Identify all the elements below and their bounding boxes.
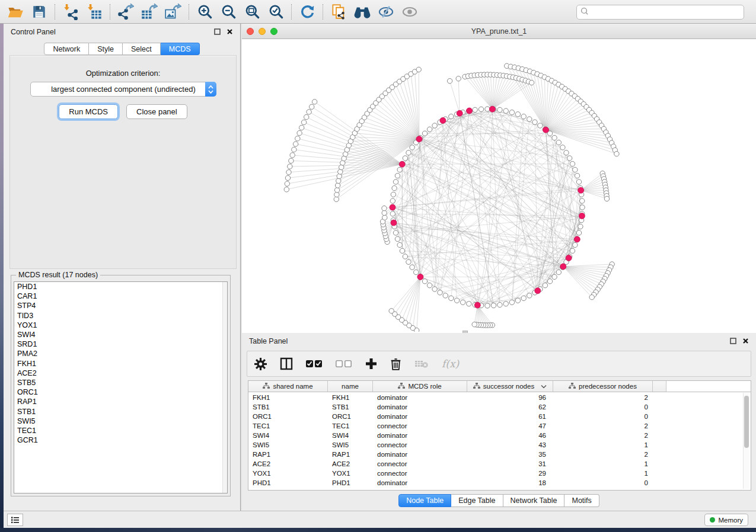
table-row[interactable]: YOX1YOX1connector291 bbox=[248, 469, 742, 478]
cell-shared-name: TEC1 bbox=[248, 421, 328, 431]
run-mcds-button[interactable]: Run MCDS bbox=[59, 104, 118, 119]
eye-icon[interactable] bbox=[398, 2, 422, 22]
cell-name: ORC1 bbox=[328, 412, 373, 421]
table-row[interactable]: FKH1FKH1dominator962 bbox=[248, 393, 742, 402]
network-window-titlebar[interactable]: YPA_prune.txt_1 bbox=[242, 24, 756, 39]
deselect-all-icon[interactable] bbox=[336, 360, 352, 368]
column-header-shared-name[interactable]: shared name bbox=[248, 381, 328, 392]
import-network-icon[interactable] bbox=[59, 2, 82, 22]
node-table[interactable]: shared namenameMCDS rolesuccessor nodesp… bbox=[248, 380, 751, 491]
search-input[interactable] bbox=[589, 7, 744, 18]
cell-successor-nodes: 46 bbox=[467, 431, 553, 440]
table-row[interactable]: STB1STB1dominator620 bbox=[248, 402, 742, 412]
float-panel-icon[interactable] bbox=[730, 336, 736, 347]
result-list-item[interactable]: STB5 bbox=[14, 378, 227, 387]
cell-name: SWI4 bbox=[328, 431, 373, 440]
memory-button[interactable]: Memory bbox=[704, 514, 748, 526]
result-list-item[interactable]: PHD1 bbox=[14, 282, 227, 291]
export-table-icon[interactable] bbox=[138, 2, 161, 22]
cell-name: SWI5 bbox=[328, 440, 373, 450]
copy-network-icon[interactable] bbox=[327, 2, 350, 22]
zoom-selected-icon[interactable] bbox=[264, 2, 288, 22]
result-scrollbar[interactable] bbox=[222, 282, 227, 493]
network-graph[interactable] bbox=[242, 39, 756, 332]
mcds-result-list[interactable]: PHD1CAR1STP4TID3YOX1SWI4SRD1PMA2FKH1ACE2… bbox=[14, 281, 228, 493]
table-row[interactable]: TEC1TEC1connector472 bbox=[248, 421, 742, 431]
table-row[interactable]: RAP1RAP1dominator352 bbox=[248, 450, 742, 459]
result-list-item[interactable]: GCR1 bbox=[14, 435, 227, 445]
tab-style[interactable]: Style bbox=[89, 43, 123, 55]
result-list-item[interactable]: SWI4 bbox=[14, 330, 227, 339]
split-columns-icon[interactable] bbox=[280, 357, 293, 370]
cell-shared-name: PHD1 bbox=[248, 478, 328, 488]
cell-name: ACE2 bbox=[328, 459, 373, 469]
result-list-item[interactable]: ACE2 bbox=[14, 368, 227, 378]
refresh-icon[interactable] bbox=[295, 2, 319, 22]
criterion-label: Optimization criterion: bbox=[10, 69, 236, 78]
gear-icon[interactable] bbox=[254, 358, 267, 370]
tab-network-table[interactable]: Network Table bbox=[503, 494, 565, 507]
result-list-item[interactable]: STP4 bbox=[14, 301, 227, 310]
tab-node-table[interactable]: Node Table bbox=[398, 494, 451, 507]
table-row[interactable]: PHD1PHD1dominator180 bbox=[248, 478, 742, 488]
result-list-item[interactable]: SWI5 bbox=[14, 416, 227, 426]
control-panel-title: Control Panel bbox=[11, 28, 214, 36]
eye-slash-icon[interactable] bbox=[374, 2, 398, 22]
criterion-dropdown-value: largest connected component (undirected) bbox=[31, 85, 205, 94]
cell-shared-name: STB1 bbox=[248, 402, 328, 412]
tab-select[interactable]: Select bbox=[123, 43, 161, 55]
add-icon[interactable] bbox=[365, 358, 377, 370]
export-network-icon[interactable] bbox=[114, 2, 138, 22]
mcds-result-legend: MCDS result (17 nodes) bbox=[16, 271, 100, 279]
control-panel: Control Panel NetworkStyleSelectMCDS Opt… bbox=[4, 24, 241, 511]
zoom-out-icon[interactable] bbox=[216, 2, 240, 22]
result-list-item[interactable]: STB1 bbox=[14, 407, 227, 416]
result-list-item[interactable]: TEC1 bbox=[14, 426, 227, 435]
zoom-in-icon[interactable] bbox=[193, 2, 216, 22]
cell-successor-nodes: 96 bbox=[467, 393, 553, 402]
cell-successor-nodes: 35 bbox=[467, 450, 553, 459]
result-list-item[interactable]: PMA2 bbox=[14, 349, 227, 358]
table-row[interactable]: ORC1ORC1dominator610 bbox=[248, 412, 742, 421]
tab-motifs[interactable]: Motifs bbox=[564, 494, 599, 507]
tab-network[interactable]: Network bbox=[44, 43, 89, 55]
cell-predecessor-nodes: 2 bbox=[553, 421, 653, 431]
column-header-blank[interactable] bbox=[653, 381, 666, 392]
panel-menu-button[interactable] bbox=[7, 514, 23, 526]
search-field[interactable] bbox=[576, 5, 744, 20]
close-panel-button[interactable]: Close panel bbox=[126, 104, 187, 119]
table-scrollbar-thumb[interactable] bbox=[744, 396, 749, 448]
result-list-item[interactable]: YOX1 bbox=[14, 321, 227, 330]
table-row[interactable]: SWI5SWI5connector431 bbox=[248, 440, 742, 450]
result-list-item[interactable]: ORC1 bbox=[14, 387, 227, 397]
export-image-icon[interactable] bbox=[161, 2, 185, 22]
desktop-wallpaper-strip-bottom bbox=[0, 528, 756, 532]
tab-edge-table[interactable]: Edge Table bbox=[451, 494, 503, 507]
criterion-dropdown[interactable]: largest connected component (undirected) bbox=[30, 82, 216, 97]
table-scrollbar[interactable] bbox=[743, 393, 749, 489]
table-row[interactable]: SWI4SWI4dominator462 bbox=[248, 431, 742, 440]
close-panel-icon[interactable] bbox=[742, 336, 749, 347]
result-list-item[interactable]: CAR1 bbox=[14, 291, 227, 301]
table-row[interactable]: ACE2ACE2connector311 bbox=[248, 459, 742, 469]
column-header-predecessor-nodes[interactable]: predecessor nodes bbox=[553, 381, 653, 392]
tab-mcds[interactable]: MCDS bbox=[161, 43, 200, 55]
float-panel-icon[interactable] bbox=[214, 27, 221, 37]
result-list-item[interactable]: SRD1 bbox=[14, 339, 227, 349]
result-list-item[interactable]: RAP1 bbox=[14, 397, 227, 406]
result-list-item[interactable]: TID3 bbox=[14, 311, 227, 321]
binoculars-icon[interactable] bbox=[350, 2, 374, 22]
open-file-icon[interactable] bbox=[4, 2, 27, 22]
close-panel-icon[interactable] bbox=[227, 27, 233, 37]
cell-shared-name: SWI4 bbox=[248, 431, 328, 440]
save-session-icon[interactable] bbox=[27, 2, 51, 22]
network-canvas[interactable] bbox=[242, 39, 756, 332]
delete-icon[interactable] bbox=[390, 358, 401, 370]
column-header-name[interactable]: name bbox=[328, 381, 373, 392]
column-header-MCDS-role[interactable]: MCDS role bbox=[373, 381, 467, 392]
result-list-item[interactable]: FKH1 bbox=[14, 359, 227, 368]
column-header-successor-nodes[interactable]: successor nodes bbox=[467, 381, 553, 392]
import-table-icon[interactable] bbox=[82, 2, 106, 22]
select-all-icon[interactable] bbox=[306, 360, 323, 368]
zoom-fit-icon[interactable] bbox=[240, 2, 264, 22]
